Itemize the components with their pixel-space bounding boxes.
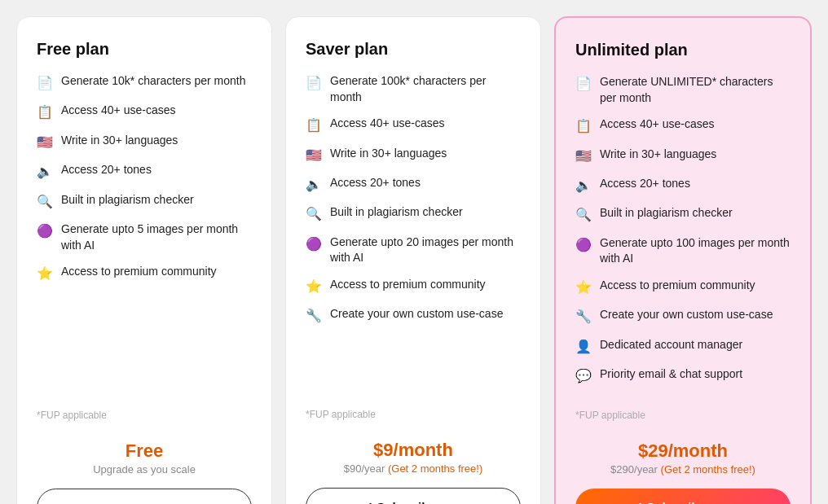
feature-icon: 🔈 — [37, 163, 53, 181]
feature-text: Generate UNLIMITED* characters per month — [600, 74, 791, 106]
feature-icon: 💬 — [575, 367, 592, 385]
list-item: 📋Access 40+ use-cases — [575, 116, 791, 135]
feature-text: Generate upto 5 images per month with AI — [61, 221, 252, 253]
feature-icon: 🟣 — [37, 222, 53, 240]
list-item: 💬Priority email & chat support — [575, 366, 791, 385]
list-item: 🇺🇸Write in 30+ languages — [37, 133, 252, 151]
list-item: 🔈Access 20+ tones — [575, 176, 791, 195]
feature-icon: ⭐ — [37, 265, 53, 283]
feature-text: Write in 30+ languages — [600, 147, 716, 163]
feature-text: Access 20+ tones — [600, 176, 690, 192]
list-item: 👤Dedicated account manager — [575, 337, 791, 356]
feature-icon: 🔍 — [575, 206, 592, 224]
feature-icon: 👤 — [575, 338, 592, 356]
list-item: 📋Access 40+ use-cases — [37, 103, 252, 121]
plan-card-unlimited: Unlimited plan📄Generate UNLIMITED* chara… — [554, 16, 812, 504]
feature-icon: ⭐ — [575, 278, 592, 296]
list-item: 📄Generate 10k* characters per month — [37, 73, 252, 92]
list-item: 🔧Create your own custom use-case — [575, 307, 791, 326]
list-item: 🇺🇸Write in 30+ languages — [575, 147, 791, 165]
features-list-saver: 📄Generate 100k* characters per month📋Acc… — [306, 73, 521, 396]
feature-icon: 🇺🇸 — [575, 147, 592, 165]
feature-text: Generate upto 100 images per month with … — [600, 235, 791, 267]
feature-icon: 🔧 — [575, 308, 592, 326]
feature-text: Write in 30+ languages — [330, 146, 447, 162]
plan-title-free: Free plan — [37, 40, 252, 59]
feature-icon: 📋 — [306, 116, 322, 134]
feature-text: Access 40+ use-cases — [600, 116, 714, 133]
plan-btn-free[interactable]: Start now → — [37, 489, 252, 505]
price-sub: $290/year (Get 2 months free!) — [575, 463, 791, 476]
list-item: 🔍Built in plagiarism checker — [37, 192, 252, 211]
list-item: 🔈Access 20+ tones — [306, 175, 521, 194]
price-section-unlimited: $29/month$290/year (Get 2 months free!)✓… — [575, 431, 791, 505]
feature-text: Access to premium community — [330, 277, 486, 293]
feature-icon: 📋 — [575, 117, 592, 135]
price-main: Free — [37, 440, 252, 462]
plan-card-saver: Saver plan📄Generate 100k* characters per… — [285, 16, 541, 504]
price-sub: Upgrade as you scale — [37, 463, 252, 476]
feature-text: Built in plagiarism checker — [600, 205, 733, 221]
feature-text: Access 40+ use-cases — [330, 116, 444, 132]
feature-icon: 📄 — [575, 75, 592, 93]
fup-note: *FUP applicable — [575, 410, 791, 421]
list-item: 🔍Built in plagiarism checker — [575, 205, 791, 224]
plans-container: Free plan📄Generate 10k* characters per m… — [16, 16, 812, 504]
price-main: $9/month — [306, 440, 521, 461]
feature-text: Generate upto 20 images per month with A… — [330, 234, 521, 266]
feature-text: Generate 10k* characters per month — [61, 73, 245, 90]
list-item: 🟣Generate upto 100 images per month with… — [575, 235, 791, 267]
feature-text: Built in plagiarism checker — [61, 192, 194, 208]
list-item: 🟣Generate upto 20 images per month with … — [306, 234, 521, 266]
plan-card-free: Free plan📄Generate 10k* characters per m… — [16, 16, 272, 504]
feature-icon: 🔈 — [306, 176, 322, 194]
feature-icon: 📋 — [37, 103, 53, 121]
feature-text: Generate 100k* characters per month — [330, 73, 521, 105]
feature-icon: 🔈 — [575, 177, 592, 195]
features-list-unlimited: 📄Generate UNLIMITED* characters per mont… — [575, 74, 791, 397]
feature-text: Dedicated account manager — [600, 337, 742, 353]
feature-text: Create your own custom use-case — [600, 307, 773, 323]
feature-icon: 🇺🇸 — [306, 147, 322, 164]
list-item: ⭐Access to premium community — [37, 264, 252, 283]
list-item: 🔍Built in plagiarism checker — [306, 204, 521, 223]
feature-text: Priority email & chat support — [600, 366, 742, 383]
price-sub: $90/year (Get 2 months free!) — [306, 462, 521, 475]
fup-note: *FUP applicable — [306, 409, 521, 420]
feature-text: Access 40+ use-cases — [61, 103, 175, 119]
list-item: 📄Generate UNLIMITED* characters per mont… — [575, 74, 791, 106]
feature-text: Access to premium community — [600, 278, 755, 294]
list-item: 🟣Generate upto 5 images per month with A… — [37, 221, 252, 253]
fup-note: *FUP applicable — [37, 410, 252, 421]
feature-text: Built in plagiarism checker — [330, 204, 463, 221]
feature-icon: 📄 — [37, 74, 53, 92]
feature-icon: 🔍 — [37, 193, 53, 211]
feature-text: Create your own custom use-case — [330, 306, 503, 322]
feature-icon: 🔧 — [306, 307, 322, 325]
feature-icon: 🟣 — [306, 235, 322, 253]
plan-title-unlimited: Unlimited plan — [575, 41, 791, 59]
list-item: 📄Generate 100k* characters per month — [306, 73, 521, 105]
feature-icon: 🟣 — [575, 236, 592, 254]
plan-btn-unlimited[interactable]: ✓ Subscribe now — [575, 489, 791, 505]
list-item: 🔈Access 20+ tones — [37, 162, 252, 181]
feature-icon: 🔍 — [306, 205, 322, 223]
list-item: ⭐Access to premium community — [575, 278, 791, 296]
feature-icon: 🇺🇸 — [37, 134, 53, 151]
features-list-free: 📄Generate 10k* characters per month📋Acce… — [37, 73, 252, 397]
plan-btn-saver[interactable]: ✓ Subscribe now — [306, 488, 521, 505]
feature-text: Access 20+ tones — [330, 175, 421, 191]
feature-text: Access to premium community — [61, 264, 217, 280]
list-item: ⭐Access to premium community — [306, 277, 521, 296]
list-item: 🇺🇸Write in 30+ languages — [306, 146, 521, 164]
feature-text: Write in 30+ languages — [61, 133, 178, 149]
price-main: $29/month — [575, 440, 791, 462]
feature-icon: 📄 — [306, 74, 322, 92]
feature-icon: ⭐ — [306, 278, 322, 296]
list-item: 🔧Create your own custom use-case — [306, 306, 521, 325]
feature-text: Access 20+ tones — [61, 162, 152, 178]
list-item: 📋Access 40+ use-cases — [306, 116, 521, 134]
plan-title-saver: Saver plan — [306, 40, 521, 59]
price-section-free: FreeUpgrade as you scaleStart now → — [37, 431, 252, 505]
price-section-saver: $9/month$90/year (Get 2 months free!)✓ S… — [306, 430, 521, 505]
